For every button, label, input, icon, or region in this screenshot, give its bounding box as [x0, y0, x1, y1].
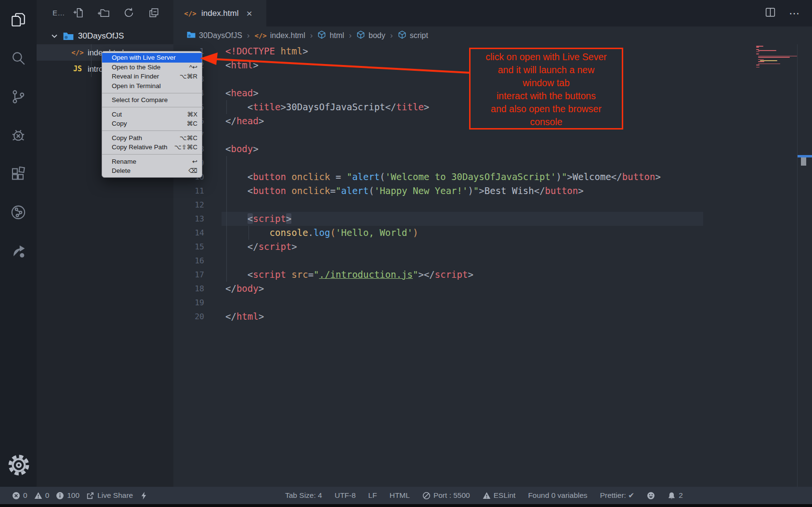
- menu-item-open-in-terminal[interactable]: Open in Terminal: [102, 81, 202, 91]
- code-line-18[interactable]: 18</body>: [173, 282, 812, 296]
- close-tab-icon[interactable]: ×: [246, 8, 252, 18]
- tree-indent-guide: [91, 44, 92, 77]
- line-number: 11: [173, 184, 204, 198]
- scrollbar-thumb[interactable]: [801, 157, 806, 166]
- html-file-icon: </>: [183, 10, 197, 17]
- code-text: <button onclick = "alert('Welcome to 30D…: [248, 170, 661, 184]
- new-folder-icon[interactable]: [98, 7, 110, 21]
- breadcrumb-label: 30DaysOfJS: [199, 31, 242, 40]
- code-line-20[interactable]: 20</html>: [173, 310, 812, 324]
- more-actions-icon[interactable]: ⋯: [789, 7, 800, 20]
- context-menu: Open with Live ServerOpen to the Side^↩R…: [102, 51, 202, 178]
- minimap[interactable]: [755, 46, 797, 75]
- html-icon: </>: [254, 32, 266, 39]
- menu-item-open-with-live-server[interactable]: Open with Live Server: [102, 53, 202, 63]
- menu-item-rename[interactable]: Rename↩: [102, 157, 202, 167]
- extensions-icon[interactable]: [0, 161, 37, 186]
- source-control-icon[interactable]: [0, 84, 37, 109]
- breadcrumb-item-body[interactable]: body: [356, 30, 385, 41]
- code-line-12[interactable]: 12: [173, 198, 812, 212]
- status-eslint[interactable]: ESLint: [483, 491, 516, 500]
- sidebar-item-root-folder[interactable]: 30DaysOfJS: [37, 28, 173, 44]
- menu-item-reveal-in-finder[interactable]: Reveal in Finder⌥⌘R: [102, 72, 202, 81]
- folder-icon: [63, 32, 74, 40]
- settings-gear-icon[interactable]: [7, 454, 30, 477]
- code-line-11[interactable]: 11<button onclick="alert('Happy New Year…: [173, 184, 812, 198]
- menu-item-shortcut: ^↩: [189, 64, 197, 71]
- menu-item-shortcut: ⌘X: [187, 111, 197, 118]
- menu-item-label: Rename: [112, 158, 136, 165]
- menu-item-label: Copy Relative Path: [112, 143, 168, 151]
- code-line-14[interactable]: 14console.log('Hello, World'): [173, 226, 812, 240]
- search-icon[interactable]: [0, 46, 37, 71]
- status-variables[interactable]: Found 0 variables: [528, 491, 587, 500]
- code-line-13[interactable]: 13<script>: [173, 212, 812, 226]
- code-line-15[interactable]: 15</script>: [173, 240, 812, 254]
- menu-item-shortcut: ↩: [192, 158, 197, 165]
- status-encoding[interactable]: UTF-8: [335, 491, 356, 500]
- status-tab-size[interactable]: Tab Size: 4: [285, 491, 322, 500]
- collapse-folders-icon[interactable]: [148, 7, 160, 21]
- menu-item-label: Copy: [112, 120, 127, 127]
- status-label: HTML: [390, 491, 410, 500]
- debug-icon[interactable]: [0, 123, 37, 148]
- status-eol[interactable]: LF: [368, 491, 377, 500]
- menu-item-cut[interactable]: Cut⌘X: [102, 110, 202, 119]
- status-warnings[interactable]: 0: [34, 491, 50, 500]
- annotation-box: click on open with Live Severand it will…: [469, 48, 623, 130]
- status-port[interactable]: Port : 5500: [422, 491, 470, 500]
- explorer-title: E…: [52, 9, 65, 17]
- status-language-mode[interactable]: HTML: [390, 491, 410, 500]
- code-line-19[interactable]: 19: [173, 296, 812, 310]
- code-line-16[interactable]: 16: [173, 254, 812, 268]
- refresh-icon[interactable]: [123, 7, 135, 21]
- breadcrumb-item-30DaysOfJS[interactable]: 30DaysOfJS: [187, 30, 242, 41]
- code-text: <body>: [225, 142, 259, 156]
- menu-item-label: Delete: [112, 167, 131, 174]
- menu-item-copy-relative-path[interactable]: Copy Relative Path⌥⇧⌘C: [102, 143, 202, 152]
- menu-item-delete[interactable]: Delete⌫: [102, 166, 202, 176]
- menu-item-label: Cut: [112, 111, 122, 118]
- tab-label: index.html: [201, 9, 238, 18]
- line-number: 19: [173, 296, 204, 310]
- code-line-8[interactable]: 8<body>: [173, 142, 812, 156]
- status-prettier[interactable]: Prettier: ✔: [600, 491, 635, 500]
- split-editor-icon[interactable]: [764, 6, 776, 20]
- status-live-share[interactable]: Live Share: [86, 491, 133, 500]
- breadcrumb-item-script[interactable]: script: [398, 30, 428, 41]
- breadcrumb-label: index.html: [270, 31, 305, 40]
- status-feedback[interactable]: [647, 492, 655, 500]
- status-notifications[interactable]: 2: [668, 491, 683, 500]
- code-text: <head>: [225, 86, 259, 100]
- circle-branch-icon[interactable]: [0, 200, 37, 225]
- status-infos[interactable]: 100: [56, 491, 79, 500]
- code-line-7[interactable]: 7: [173, 128, 812, 142]
- code-line-9[interactable]: 9: [173, 156, 812, 170]
- menu-item-open-to-the-side[interactable]: Open to the Side^↩: [102, 63, 202, 72]
- menu-item-copy[interactable]: Copy⌘C: [102, 119, 202, 129]
- menu-item-select-for-compare[interactable]: Select for Compare: [102, 95, 202, 105]
- status-bolt[interactable]: [140, 492, 148, 500]
- explorer-icon[interactable]: [0, 7, 37, 32]
- menu-item-shortcut: ⌫: [189, 167, 197, 174]
- annotation-text: interact with the buttons: [471, 90, 622, 103]
- code-line-10[interactable]: 10<button onclick = "alert('Welcome to 3…: [173, 170, 812, 184]
- breadcrumb-item-html[interactable]: html: [317, 30, 344, 41]
- annotation-text: and it will launch a new: [471, 64, 622, 77]
- new-file-icon[interactable]: [73, 7, 85, 21]
- info-icon: [56, 492, 64, 500]
- code-line-17[interactable]: 17<script src="./introduction.js"></scri…: [173, 268, 812, 282]
- indent-guide: [226, 198, 227, 212]
- status-errors[interactable]: 0: [12, 491, 27, 500]
- indent-guide: [226, 156, 227, 170]
- breadcrumb-separator: ›: [247, 31, 250, 40]
- menu-item-copy-path[interactable]: Copy Path⌥⌘C: [102, 133, 202, 143]
- tab-index-html[interactable]: </> index.html ×: [173, 0, 266, 26]
- menu-item-label: Open in Terminal: [112, 82, 161, 90]
- indent-guide: [226, 212, 227, 226]
- line-number: 16: [173, 254, 204, 268]
- breadcrumb-item-index-html[interactable]: </>index.html: [254, 31, 305, 40]
- menu-item-label: Select for Compare: [112, 96, 168, 104]
- status-label: 2: [679, 491, 683, 500]
- live-share-icon[interactable]: [0, 238, 37, 263]
